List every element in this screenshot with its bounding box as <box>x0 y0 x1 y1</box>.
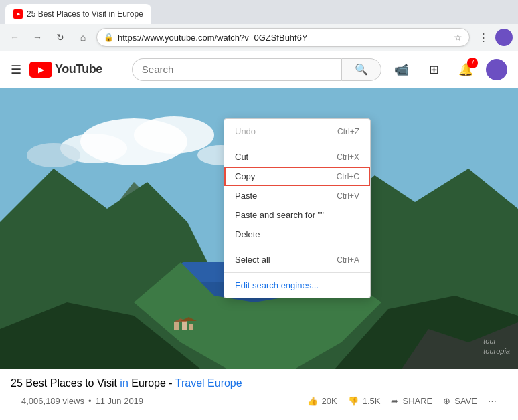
video-title: 25 Best Places to Visit in Europe - Trav… <box>11 377 507 389</box>
url-text: https://www.youtube.com/watch?v=0GZSfBuh… <box>118 33 450 43</box>
menu-item-cut[interactable]: Cut Ctrl+X <box>224 147 370 167</box>
apps-button[interactable]: ⊞ <box>422 58 446 82</box>
search-input[interactable] <box>132 58 341 81</box>
bookmark-icon[interactable]: ☆ <box>454 32 462 43</box>
youtube-header: ☰ YouTube 🔍 📹 ⊞ 🔔 7 <box>0 51 518 88</box>
bottom-bar: 4,006,189 views • 11 Jun 2019 👍 20K 👎 1.… <box>11 393 507 409</box>
active-tab[interactable]: 25 Best Places to Visit in Europe <box>5 4 151 24</box>
menu-label-select-all: Select all <box>235 255 270 265</box>
title-part2: Europe - <box>128 377 175 389</box>
notifications-button[interactable]: 🔔 7 <box>454 58 478 82</box>
menu-item-paste-search[interactable]: Paste and search for "" <box>224 205 370 225</box>
context-menu: Undo Ctrl+Z Cut Ctrl+X Copy Ctrl+C Paste… <box>224 118 371 298</box>
menu-label-copy: Copy <box>235 171 255 181</box>
menu-shortcut-cut: Ctrl+X <box>337 152 359 162</box>
publish-date: 11 Jun 2019 <box>96 396 144 406</box>
save-button[interactable]: ⊕ SAVE <box>443 396 477 406</box>
menu-shortcut-select-all: Ctrl+A <box>337 255 359 265</box>
menu-item-edit-engines[interactable]: Edit search engines... <box>224 276 370 295</box>
more-button[interactable]: ⋯ <box>488 396 497 406</box>
menu-shortcut-undo: Ctrl+Z <box>337 127 359 136</box>
tab-bar: 25 Best Places to Visit in Europe <box>0 0 518 24</box>
svg-point-2 <box>134 116 214 154</box>
menu-shortcut-paste: Ctrl+V <box>337 191 359 201</box>
user-avatar[interactable] <box>486 59 507 80</box>
menu-icon[interactable]: ☰ <box>11 62 21 77</box>
youtube-logo[interactable]: YouTube <box>29 62 102 78</box>
thumb-down-icon: 👎 <box>348 396 359 406</box>
home-button[interactable]: ⌂ <box>74 28 92 47</box>
menu-label-edit-engines: Edit search engines... <box>235 280 319 290</box>
more-icon: ⋯ <box>488 396 497 406</box>
menu-label-paste: Paste <box>235 191 257 201</box>
youtube-logo-icon <box>29 62 52 78</box>
share-icon: ➦ <box>391 396 398 406</box>
share-button[interactable]: ➦ SHARE <box>391 396 432 406</box>
thumb-up-icon: 👍 <box>307 396 318 406</box>
notification-badge: 7 <box>467 58 478 68</box>
menu-shortcut-copy: Ctrl+C <box>337 172 359 181</box>
svg-rect-15 <box>174 322 179 330</box>
back-button[interactable]: ← <box>5 28 24 47</box>
search-container: 🔍 <box>132 58 381 81</box>
tour-brand: tourtouropia <box>483 336 510 356</box>
menu-label-delete: Delete <box>235 229 260 239</box>
lock-icon: 🔒 <box>104 33 114 42</box>
menu-item-undo[interactable]: Undo Ctrl+Z <box>224 122 370 141</box>
address-bar[interactable]: 🔒 https://www.youtube.com/watch?v=0GZSfB… <box>96 28 470 47</box>
title-part1: 25 Best Places to Visit <box>11 377 120 389</box>
tab-title: 25 Best Places to Visit in Europe <box>27 9 143 19</box>
share-label: SHARE <box>402 396 432 406</box>
save-icon: ⊕ <box>443 396 450 406</box>
like-count: 20K <box>322 396 337 406</box>
menu-label-undo: Undo <box>235 126 256 136</box>
save-label: SAVE <box>454 396 477 406</box>
menu-item-select-all[interactable]: Select all Ctrl+A <box>224 250 370 270</box>
title-highlight-travel: Travel Europe <box>175 377 242 389</box>
video-info: 25 Best Places to Visit in Europe - Trav… <box>0 369 518 414</box>
forward-button[interactable]: → <box>28 28 47 47</box>
svg-rect-16 <box>182 321 187 330</box>
video-area: tourtouropia Undo Ctrl+Z Cut Ctrl+X Copy… <box>0 88 518 369</box>
menu-label-paste-search: Paste and search for "" <box>235 210 324 220</box>
reload-button[interactable]: ↻ <box>51 28 70 47</box>
view-count: 4,006,189 views <box>21 396 84 406</box>
toolbar-right: ⋮ <box>474 28 513 47</box>
dot-separator: • <box>88 396 92 406</box>
search-button[interactable]: 🔍 <box>341 58 381 81</box>
menu-item-copy[interactable]: Copy Ctrl+C <box>224 167 370 186</box>
dislike-button[interactable]: 👎 1.5K <box>348 396 381 406</box>
dislike-count: 1.5K <box>363 396 381 406</box>
svg-point-4 <box>27 143 80 167</box>
profile-avatar[interactable] <box>495 29 513 46</box>
menu-item-delete[interactable]: Delete <box>224 225 370 244</box>
like-button[interactable]: 👍 20K <box>307 396 337 406</box>
menu-item-paste[interactable]: Paste Ctrl+V <box>224 186 370 205</box>
video-meta: 4,006,189 views • 11 Jun 2019 <box>21 396 143 406</box>
video-camera-button[interactable]: 📹 <box>390 58 414 82</box>
menu-separator-1 <box>224 144 370 144</box>
youtube-logo-text: YouTube <box>55 62 102 76</box>
extensions-button[interactable]: ⋮ <box>474 28 493 47</box>
menu-separator-3 <box>224 272 370 273</box>
toolbar: ← → ↻ ⌂ 🔒 https://www.youtube.com/watch?… <box>0 24 518 51</box>
title-highlight-in: in <box>120 377 128 389</box>
menu-separator-2 <box>224 247 370 247</box>
svg-rect-17 <box>189 324 193 330</box>
video-actions: 👍 20K 👎 1.5K ➦ SHARE ⊕ SAVE ⋯ <box>307 396 497 406</box>
tab-favicon <box>13 9 23 19</box>
header-right: 📹 ⊞ 🔔 7 <box>390 58 507 82</box>
menu-label-cut: Cut <box>235 152 248 162</box>
browser-chrome: 25 Best Places to Visit in Europe ← → ↻ … <box>0 0 518 51</box>
